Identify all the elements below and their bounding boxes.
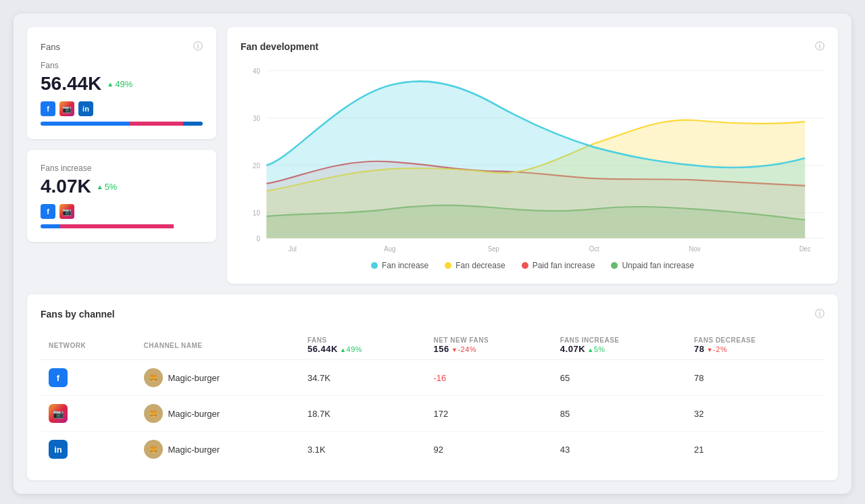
summary-fi: 4.07K [560, 344, 585, 354]
svg-text:Sep: Sep [488, 245, 499, 253]
fans-increase-progress [41, 224, 203, 228]
row2-fi: 43 [552, 432, 686, 468]
fans-ig-progress [130, 122, 183, 126]
fans-by-channel-header: Fans by channel ⓘ [41, 308, 824, 320]
legend-fan-increase: Fan increase [371, 261, 428, 270]
dashboard: Fans ⓘ Fans 56.44K 49% f 📷 in [14, 14, 851, 494]
fans-by-channel-card: Fans by channel ⓘ NETWORK CHANNEL NAME F… [27, 295, 838, 480]
fi-ig-progress [60, 224, 174, 228]
fans-badge: 49% [107, 79, 132, 89]
row1-channel-name: Magic-burger [168, 409, 220, 419]
row1-channel-row: 🍔 Magic-burger [144, 404, 291, 423]
th-fans-decrease: FANS DECREASE 78 -2% [686, 331, 824, 360]
th-net-new-fans: NET NEW FANS 156 -24% [426, 331, 552, 360]
fans-increase-card: Fans increase 4.07K 5% f 📷 [27, 150, 216, 242]
chart-title: Fan development [241, 41, 318, 52]
legend-dot-fan-decrease [445, 262, 451, 269]
fans-card: Fans ⓘ Fans 56.44K 49% f 📷 in [27, 27, 216, 139]
summary-fi-badge: 5% [587, 345, 605, 353]
row1-fans: 18.7K [299, 396, 426, 432]
table-row: in 🍔 Magic-burger 3.1K 92 43 21 [41, 432, 824, 468]
fans-increase-value: 4.07K 5% [41, 176, 203, 197]
fans-fb-progress [41, 122, 130, 126]
row2-net: 92 [426, 432, 552, 468]
chart-legend: Fan increase Fan decrease Paid fan incre… [241, 261, 824, 270]
th-channel-name: CHANNEL NAME [136, 331, 299, 360]
row2-fans: 3.1K [299, 432, 426, 468]
legend-label-unpaid: Unpaid fan increase [622, 261, 694, 270]
fans-by-channel-info-icon[interactable]: ⓘ [815, 308, 824, 320]
svg-text:10: 10 [253, 209, 260, 218]
legend-label-fan-decrease: Fan decrease [455, 261, 505, 270]
th-fans-increase: FANS INCREASE 4.07K 5% [552, 331, 686, 360]
table-body: f 🍔 Magic-burger 34.7K -16 65 78 [41, 360, 824, 468]
row0-fb-icon: f [49, 368, 68, 387]
svg-text:Oct: Oct [589, 245, 599, 253]
fi-fb-icon: f [41, 204, 55, 219]
fi-ig-icon: 📷 [59, 204, 74, 219]
row2-channel: 🍔 Magic-burger [136, 432, 299, 468]
fans-li-progress [183, 122, 203, 126]
summary-fans-badge: 49% [340, 345, 362, 353]
svg-text:Dec: Dec [799, 245, 811, 253]
left-panel: Fans ⓘ Fans 56.44K 49% f 📷 in [27, 27, 216, 284]
fans-title-text: Fans [41, 42, 60, 52]
chart-area: 40 30 20 10 0 Jul Aug Sep Oct Nov Dec [241, 64, 824, 253]
row0-channel: 🍔 Magic-burger [136, 360, 299, 396]
legend-label-paid: Paid fan increase [533, 261, 595, 270]
row2-network: in [41, 432, 136, 468]
table-row: 📷 🍔 Magic-burger 18.7K 172 85 32 [41, 396, 824, 432]
th-network: NETWORK [41, 331, 136, 360]
fi-fb-progress [41, 224, 60, 228]
row1-channel: 🍔 Magic-burger [136, 396, 299, 432]
svg-text:0: 0 [256, 234, 260, 243]
svg-text:Nov: Nov [689, 245, 701, 253]
fans-ig-icon: 📷 [59, 101, 74, 116]
summary-net: 156 [434, 344, 449, 354]
svg-text:40: 40 [253, 68, 260, 76]
row0-avatar: 🍔 [144, 368, 163, 387]
row2-li-icon: in [49, 440, 68, 459]
fans-progress-bar [41, 122, 203, 126]
fans-fb-icon: f [41, 101, 55, 116]
th-fans: FANS 56.44K 49% [299, 331, 426, 360]
table-header-row: NETWORK CHANNEL NAME FANS 56.44K 49% NET… [41, 331, 824, 360]
chart-card: Fan development ⓘ 40 30 20 10 0 [227, 27, 838, 284]
row0-channel-row: 🍔 Magic-burger [144, 368, 291, 387]
svg-text:Jul: Jul [289, 245, 297, 253]
svg-text:20: 20 [253, 162, 260, 170]
fans-table: NETWORK CHANNEL NAME FANS 56.44K 49% NET… [41, 331, 824, 467]
legend-unpaid-fan-increase: Unpaid fan increase [611, 261, 694, 270]
row2-fd: 21 [686, 432, 824, 468]
row2-channel-row: 🍔 Magic-burger [144, 440, 291, 459]
svg-text:Aug: Aug [384, 245, 395, 253]
row2-avatar: 🍔 [144, 440, 163, 459]
legend-label-fan-increase: Fan increase [382, 261, 428, 270]
row0-fans: 34.7K [299, 360, 426, 396]
legend-dot-paid [522, 262, 528, 269]
legend-dot-fan-increase [371, 262, 378, 269]
row1-ig-icon: 📷 [49, 404, 68, 423]
top-row: Fans ⓘ Fans 56.44K 49% f 📷 in [27, 27, 838, 284]
row1-network: 📷 [41, 396, 136, 432]
summary-fd-badge: -2% [707, 345, 727, 353]
row2-channel-name: Magic-burger [168, 445, 220, 455]
chart-header: Fan development ⓘ [241, 41, 824, 53]
chart-svg: 40 30 20 10 0 Jul Aug Sep Oct Nov Dec [241, 64, 824, 253]
row0-network: f [41, 360, 136, 396]
fans-metric-value: 56.44K 49% [41, 73, 203, 95]
fans-by-channel-title: Fans by channel [41, 309, 115, 320]
legend-fan-decrease: Fan decrease [445, 261, 505, 270]
row1-net: 172 [426, 396, 552, 432]
summary-fans: 56.44K [307, 344, 338, 354]
chart-info-icon[interactable]: ⓘ [815, 41, 824, 53]
fans-value: 56.44K [41, 73, 101, 95]
legend-dot-unpaid [611, 262, 618, 269]
fans-info-icon[interactable]: ⓘ [193, 41, 203, 53]
fans-social-icons: f 📷 in [41, 101, 203, 116]
summary-net-badge: -24% [451, 345, 476, 353]
fans-card-title: Fans ⓘ [41, 41, 203, 53]
row0-channel-name: Magic-burger [168, 373, 220, 383]
table-row: f 🍔 Magic-burger 34.7K -16 65 78 [41, 360, 824, 396]
row0-fi: 65 [552, 360, 686, 396]
